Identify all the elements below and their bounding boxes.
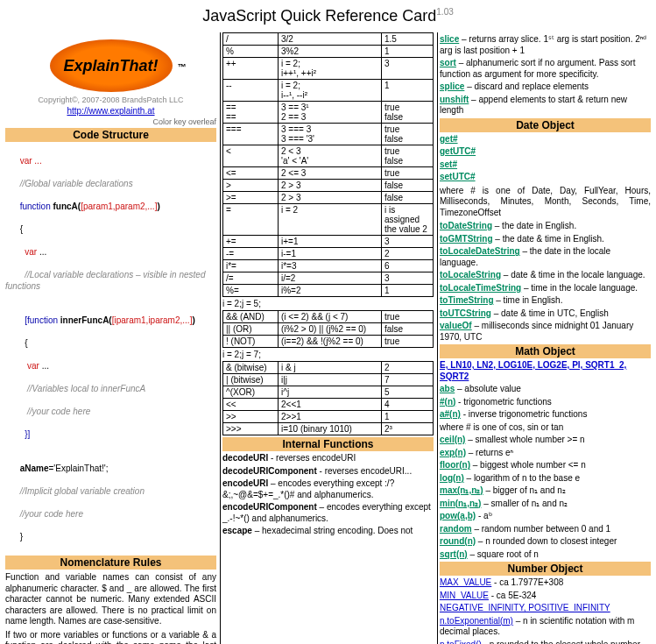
method-name[interactable]: setUTC# <box>440 172 476 181</box>
method-name[interactable]: #(n) <box>440 397 455 407</box>
table-cell: i*= <box>223 260 279 272</box>
list-item: toUTCString – date & time in UTC, Englis… <box>440 308 651 320</box>
list-item: set# <box>440 159 651 171</box>
method-name[interactable]: getUTC# <box>440 146 476 156</box>
method-name[interactable]: valueOf <box>440 321 472 330</box>
method-name[interactable]: toGMTString <box>440 234 493 244</box>
table-cell: /= <box>223 272 279 285</box>
method-name[interactable]: max(n₁,n₂) <box>440 485 483 495</box>
method-name[interactable]: MIN_VALUE <box>440 591 489 600</box>
list-item: slice – returns array slice. 1ˢᵗ arg is … <box>440 34 651 56</box>
table-cell: i-=1 <box>279 248 382 260</box>
table-cell: | (bitwise) <box>223 374 279 386</box>
method-desc: – the date & time in English. <box>493 234 604 244</box>
list-item: round(n) – n rounded down to closest int… <box>440 536 651 548</box>
table-cell: true false <box>382 145 434 167</box>
title-text: JavaScript Quick Reference Card <box>202 7 436 25</box>
table-cell: < <box>223 145 279 167</box>
table-cell: <= <box>223 167 279 180</box>
table-row: -=i-=12 <box>223 248 434 260</box>
method-name[interactable]: random <box>440 524 472 534</box>
method-name[interactable]: encodeURI <box>222 478 268 488</box>
table-cell: 2 > 3 <box>279 192 382 204</box>
table-cell: ^(XOR) <box>223 386 279 399</box>
list-item: min(n₁,n₂) – smaller of n₁ and n₂ <box>440 499 651 510</box>
method-name[interactable]: toLocaleString <box>440 270 501 280</box>
table-cell: i%=2 <box>279 285 382 297</box>
brace: }] <box>20 429 31 439</box>
table-cell: && (AND) <box>223 311 279 323</box>
list-item: toDateString – the date in English. <box>440 221 651 232</box>
list-item: getUTC# <box>440 146 651 158</box>
math-consts-link[interactable]: E, LN10, LN2, LOG10E, LOG2E, PI, SQRT1_2… <box>440 360 626 381</box>
method-name[interactable]: toLocaleDateString <box>440 246 520 256</box>
table-cell: || (OR) <box>223 323 279 336</box>
table-cell: 2 <box>382 248 434 260</box>
site-link[interactable]: http://www.explainth.at <box>5 106 216 116</box>
method-name[interactable]: a#(n) <box>440 409 461 419</box>
logo-box: ExplainThat! ™ <box>5 39 216 92</box>
method-name[interactable]: toTimeString <box>440 295 493 305</box>
method-name[interactable]: slice <box>440 34 459 44</box>
method-desc: - aᵇ <box>476 511 491 520</box>
method-desc: - reverses encodeURI <box>268 453 356 463</box>
params: [iparam1,iparam2,...] <box>112 315 193 325</box>
method-name[interactable]: n.toFixed() <box>440 640 482 645</box>
table-cell: == == <box>223 102 279 124</box>
table-row: ++i = 2; i++¹, ++i²3 <box>223 58 434 80</box>
list-item: splice – discard and replace elements <box>440 81 651 93</box>
method-name[interactable]: decodeURI <box>222 453 268 463</box>
method-name[interactable]: sort <box>440 58 456 67</box>
list-item: ceil(n) – smallest whole number >= n <box>440 435 651 446</box>
method-name[interactable]: set# <box>440 159 457 169</box>
table-cell: & (bitwise) <box>223 362 279 374</box>
list-item: pow(a,b) - aᵇ <box>440 511 651 522</box>
method-name[interactable]: escape <box>222 526 252 535</box>
method-name[interactable]: abs <box>440 384 455 393</box>
method-name[interactable]: log(n) <box>440 473 464 483</box>
method-name[interactable]: ceil(n) <box>440 435 465 444</box>
list-item: #(n) - trigonometric functions <box>440 397 651 408</box>
method-name[interactable]: floor(n) <box>440 460 470 470</box>
method-name[interactable]: sqrt(n) <box>440 549 468 559</box>
table-cell: 2 < 3 'a' < 'A' <box>279 145 382 167</box>
method-desc: – time in the locale language. <box>521 283 638 293</box>
txt: ='ExplainThat!'; <box>48 464 108 473</box>
table-row: %3%21 <box>223 46 434 58</box>
table-row: ^(XOR)i^j5 <box>223 386 434 399</box>
table-cell: 3 === 3 3 === '3' <box>279 124 382 145</box>
table-cell: / <box>223 33 279 46</box>
kw: var <box>20 247 37 257</box>
list-item: toLocaleDateString – the date in the loc… <box>440 246 651 268</box>
method-name[interactable]: toUTCString <box>440 308 491 318</box>
method-name[interactable]: toLocaleTimeString <box>440 283 521 293</box>
table-cell: 6 <box>382 260 434 272</box>
method-name[interactable]: NEGATIVE_INFINITY, POSITIVE_INFINITY <box>440 603 610 612</box>
table-cell: 2 <= 3 <box>279 167 382 180</box>
number-list: MAX_VALUE - ca 1.7977E+308MIN_VALUE - ca… <box>440 577 651 644</box>
method-name[interactable]: pow(a,b) <box>440 511 476 520</box>
method-name[interactable]: round(n) <box>440 536 476 546</box>
method-name[interactable]: exp(n) <box>440 448 466 457</box>
params: [param1,param2,...] <box>81 202 157 211</box>
method-name[interactable]: decodeURIComponent <box>222 466 317 476</box>
table-cell: i+=1 <box>279 236 382 248</box>
method-name[interactable]: unshift <box>440 95 469 104</box>
list-item: setUTC# <box>440 172 651 183</box>
list-item: sort – alphanumeric sort if no argument.… <box>440 58 651 80</box>
table-row: & (bitwise)i & j2 <box>223 362 434 374</box>
method-name[interactable]: get# <box>440 134 458 144</box>
brace: { <box>20 224 23 234</box>
table-row: <<2<<14 <box>223 399 434 411</box>
method-name[interactable]: encodeURIComponent <box>222 502 317 512</box>
list-item: MIN_VALUE - ca 5E-324 <box>440 591 651 602</box>
para: Function and variable names can consist … <box>5 572 216 627</box>
method-desc: - trigonometric functions <box>455 397 552 407</box>
method-name[interactable]: toDateString <box>440 221 492 230</box>
math-note: where # is one of cos, sin or tan <box>440 422 651 434</box>
method-name[interactable]: n.toExponential(m) <box>440 616 513 626</box>
method-name[interactable]: min(n₁,n₂) <box>440 499 481 508</box>
method-desc: – alphanumeric sort if no argument. Pass… <box>440 58 635 79</box>
method-name[interactable]: splice <box>440 81 464 91</box>
method-name[interactable]: MAX_VALUE <box>440 577 491 587</box>
